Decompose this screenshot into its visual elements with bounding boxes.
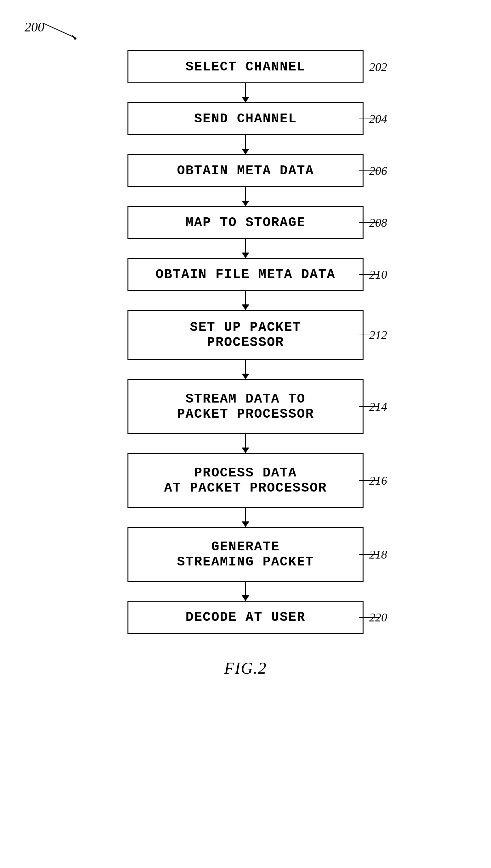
step-208-box: MAP TO STORAGE [127, 206, 364, 239]
step-212-line2: PROCESSOR [207, 335, 284, 350]
flowchart: SELECT CHANNEL 202 SEND CHANNEL 204 OBTA… [104, 50, 387, 677]
step-214-line2: PACKET PROCESSOR [177, 407, 314, 422]
ref-218-arrow [359, 553, 384, 556]
arrow-4 [245, 239, 246, 258]
step-216-wrapper: PROCESS DATA AT PACKET PROCESSOR 216 [104, 453, 387, 508]
step-214-wrapper: STREAM DATA TO PACKET PROCESSOR 214 [104, 379, 387, 434]
step-218-box: GENERATE STREAMING PACKET [127, 527, 364, 582]
step-220-wrapper: DECODE AT USER 220 [104, 601, 387, 634]
id-arrow [42, 23, 83, 41]
step-202-box: SELECT CHANNEL [127, 50, 364, 83]
diagram-container: 200 SELECT CHANNEL 202 SEND CHANNEL 204 [0, 0, 491, 868]
step-206-box: OBTAIN META DATA [127, 154, 364, 187]
step-212-box: SET UP PACKET PROCESSOR [127, 310, 364, 360]
step-206-label: OBTAIN META DATA [177, 163, 314, 178]
step-204-box: SEND CHANNEL [127, 102, 364, 135]
step-218-line1: GENERATE [211, 539, 280, 554]
step-216-line1: PROCESS DATA [194, 465, 297, 480]
ref-208-arrow [359, 221, 384, 224]
step-218-line2: STREAMING PACKET [177, 554, 314, 569]
ref-220-arrow [359, 616, 384, 619]
ref-214-arrow [359, 405, 384, 408]
svg-marker-1 [72, 35, 77, 40]
step-216-line2: AT PACKET PROCESSOR [164, 480, 327, 496]
ref-206-arrow [359, 169, 384, 173]
step-216-box: PROCESS DATA AT PACKET PROCESSOR [127, 453, 364, 508]
step-212-line1: SET UP PACKET [190, 320, 301, 335]
step-208-wrapper: MAP TO STORAGE 208 [104, 206, 387, 239]
step-202-wrapper: SELECT CHANNEL 202 [104, 50, 387, 83]
arrow-9 [245, 582, 246, 601]
ref-210-arrow [359, 273, 384, 276]
step-208-label: MAP TO STORAGE [186, 215, 306, 230]
svg-line-0 [42, 23, 77, 38]
step-210-label: OBTAIN FILE META DATA [155, 267, 335, 282]
arrow-1 [245, 83, 246, 102]
ref-202-arrow [359, 65, 384, 69]
arrow-8 [245, 508, 246, 527]
step-206-wrapper: OBTAIN META DATA 206 [104, 154, 387, 187]
ref-216-arrow [359, 479, 384, 483]
arrow-6 [245, 360, 246, 379]
step-212-wrapper: SET UP PACKET PROCESSOR 212 [104, 310, 387, 360]
step-210-wrapper: OBTAIN FILE META DATA 210 [104, 258, 387, 291]
diagram-id-label: 200 [25, 20, 45, 35]
step-214-line1: STREAM DATA TO [186, 392, 306, 407]
ref-212-arrow [359, 333, 384, 337]
step-220-box: DECODE AT USER [127, 601, 364, 634]
step-210-box: OBTAIN FILE META DATA [127, 258, 364, 291]
step-220-label: DECODE AT USER [186, 610, 306, 625]
arrow-5 [245, 291, 246, 310]
step-204-wrapper: SEND CHANNEL 204 [104, 102, 387, 135]
step-214-box: STREAM DATA TO PACKET PROCESSOR [127, 379, 364, 434]
step-202-label: SELECT CHANNEL [186, 59, 306, 74]
ref-204-arrow [359, 117, 384, 121]
arrow-3 [245, 187, 246, 206]
arrow-2 [245, 135, 246, 154]
arrow-7 [245, 434, 246, 453]
step-218-wrapper: GENERATE STREAMING PACKET 218 [104, 527, 387, 582]
fig-label: FIG.2 [224, 659, 267, 677]
step-204-label: SEND CHANNEL [194, 111, 297, 126]
